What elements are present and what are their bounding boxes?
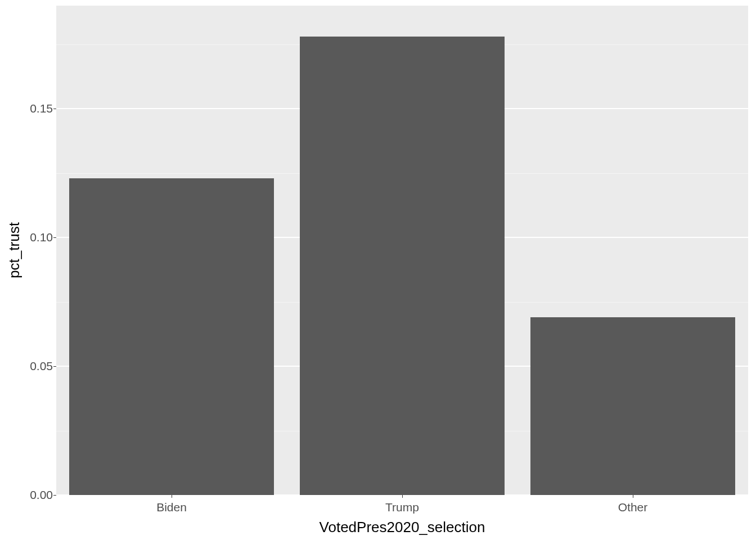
y-tick-label: 0.05	[30, 359, 53, 373]
y-tick-mark	[53, 237, 56, 238]
x-tick-label: Biden	[156, 501, 187, 514]
bar	[69, 178, 274, 495]
bar	[300, 37, 505, 495]
plot-panel: 0.000.050.100.15BidenTrumpOther	[56, 6, 748, 495]
x-tick-label: Trump	[385, 501, 419, 514]
y-tick-label: 0.10	[30, 231, 53, 244]
y-tick-label: 0.15	[30, 102, 53, 115]
y-tick-mark	[53, 495, 56, 496]
x-tick-mark	[172, 495, 172, 498]
x-tick-label: Other	[618, 501, 648, 514]
chart-container: 0.000.050.100.15BidenTrumpOther pct_trus…	[0, 0, 756, 540]
x-tick-mark	[633, 495, 633, 498]
y-tick-mark	[53, 109, 56, 109]
x-tick-mark	[402, 495, 403, 498]
y-tick-mark	[53, 366, 56, 367]
x-axis-title: VotedPres2020_selection	[320, 519, 485, 536]
y-tick-label: 0.00	[30, 488, 53, 502]
bar	[530, 317, 736, 495]
y-axis-title: pct_trust	[6, 222, 23, 278]
